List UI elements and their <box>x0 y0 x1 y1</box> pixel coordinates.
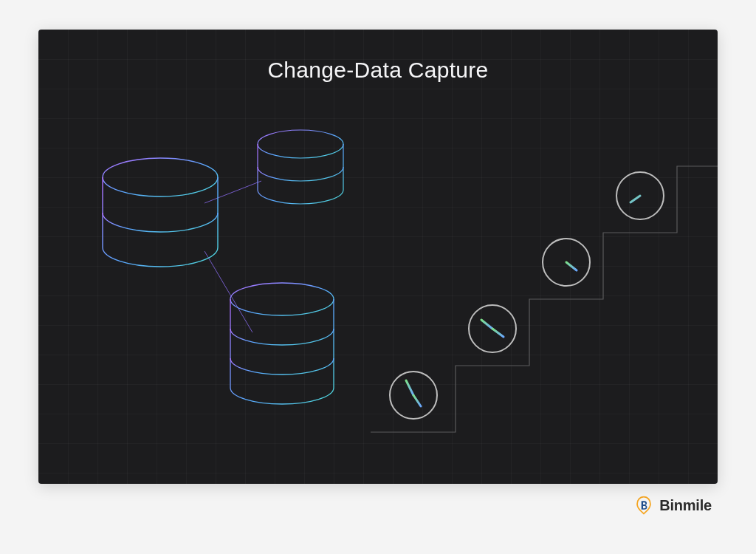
svg-point-2 <box>103 158 218 196</box>
clock-2-icon <box>469 305 516 352</box>
db-bottom-icon <box>230 283 334 404</box>
db-top-icon <box>258 130 343 204</box>
diagram-canvas: Change-Data Capture <box>38 30 718 484</box>
clock-1-icon <box>390 372 437 419</box>
brand-logo-icon <box>634 496 653 515</box>
diagram-svg <box>38 30 718 484</box>
svg-point-4 <box>230 283 334 315</box>
staircase <box>371 100 718 432</box>
brand-row: Binmile <box>38 496 718 515</box>
svg-line-1 <box>205 251 252 332</box>
svg-point-3 <box>258 130 343 158</box>
db-main-icon <box>103 158 218 267</box>
svg-line-0 <box>205 181 261 203</box>
clock-3-icon <box>543 239 590 286</box>
db-connections <box>205 181 261 332</box>
brand-name: Binmile <box>659 497 712 514</box>
clock-4-icon <box>616 172 664 219</box>
